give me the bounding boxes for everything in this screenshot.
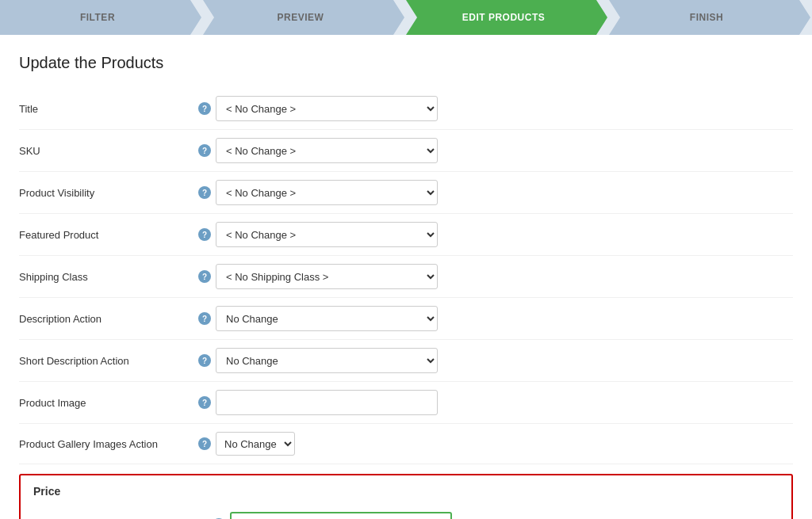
page-title: Update the Products [19,54,793,72]
wizard-step-filter[interactable]: Filter [0,0,201,35]
field-help-short-description-action[interactable]: ? [193,354,216,367]
wizard-bar: Filter Preview Edit Products Finish [0,0,812,35]
field-label-description-action: Description Action [19,313,193,325]
field-control-title: < No Change > [216,96,793,121]
select-featured-product[interactable]: < No Change > [216,222,438,247]
wizard-step-filter-label: Filter [80,12,115,23]
select-regular-price[interactable]: < No Change > [230,512,452,519]
select-short-description-action[interactable]: No Change [216,348,438,373]
field-label-sku: SKU [19,145,193,157]
field-label-featured-product: Featured Product [19,229,193,241]
field-row-product-gallery: Product Gallery Images Action ? No Chang… [19,424,793,464]
help-icon-title[interactable]: ? [198,102,211,115]
field-help-featured-product[interactable]: ? [193,228,216,241]
help-icon-product-visibility[interactable]: ? [198,186,211,199]
help-icon-description-action[interactable]: ? [198,312,211,325]
field-control-product-gallery: No Change [216,432,793,456]
field-help-description-action[interactable]: ? [193,312,216,325]
help-icon-short-description-action[interactable]: ? [198,354,211,367]
help-icon-sku[interactable]: ? [198,144,211,157]
field-label-shipping-class: Shipping Class [19,271,193,283]
price-section: Price Regular Price ? < No Change > Sale… [19,474,793,519]
field-help-sku[interactable]: ? [193,144,216,157]
field-row-sku: SKU ? < No Change > [19,130,793,172]
wizard-step-preview[interactable]: Preview [203,0,404,35]
field-help-product-image[interactable]: ? [193,396,216,409]
select-title[interactable]: < No Change > [216,96,438,121]
price-section-title: Price [33,485,779,498]
field-row-title: Title ? < No Change > [19,88,793,130]
field-help-shipping-class[interactable]: ? [193,270,216,283]
field-control-regular-price: < No Change > [230,512,779,519]
field-help-product-visibility[interactable]: ? [193,186,216,199]
field-label-product-gallery: Product Gallery Images Action [19,438,193,450]
wizard-step-preview-label: Preview [278,12,324,23]
help-icon-shipping-class[interactable]: ? [198,270,211,283]
select-product-gallery[interactable]: No Change [216,432,295,456]
wizard-step-finish-label: Finish [690,12,723,23]
select-description-action[interactable]: No Change [216,306,438,331]
wizard-step-edit-products[interactable]: Edit Products [406,0,607,35]
field-control-product-visibility: < No Change > [216,180,793,205]
select-shipping-class[interactable]: < No Shipping Class > [216,264,438,289]
field-label-short-description-action: Short Description Action [19,355,193,367]
field-row-description-action: Description Action ? No Change [19,298,793,340]
select-sku[interactable]: < No Change > [216,138,438,163]
help-icon-featured-product[interactable]: ? [198,228,211,241]
field-row-regular-price: Regular Price ? < No Change > [33,504,779,519]
select-product-visibility[interactable]: < No Change > [216,180,438,205]
field-label-product-visibility: Product Visibility [19,187,193,199]
field-control-description-action: No Change [216,306,793,331]
main-content: Update the Products Title ? < No Change … [0,35,812,519]
field-row-shipping-class: Shipping Class ? < No Shipping Class > [19,256,793,298]
field-control-featured-product: < No Change > [216,222,793,247]
field-label-title: Title [19,103,193,115]
field-row-featured-product: Featured Product ? < No Change > [19,214,793,256]
field-row-product-visibility: Product Visibility ? < No Change > [19,172,793,214]
field-control-product-image [216,390,793,415]
field-control-short-description-action: No Change [216,348,793,373]
wizard-step-edit-products-label: Edit Products [462,12,546,23]
field-row-short-description-action: Short Description Action ? No Change [19,340,793,382]
wizard-step-finish[interactable]: Finish [609,0,810,35]
help-icon-product-image[interactable]: ? [198,396,211,409]
help-icon-product-gallery[interactable]: ? [198,437,211,450]
field-label-product-image: Product Image [19,397,193,409]
field-control-shipping-class: < No Shipping Class > [216,264,793,289]
field-row-product-image: Product Image ? [19,382,793,424]
field-help-title[interactable]: ? [193,102,216,115]
field-control-sku: < No Change > [216,138,793,163]
input-product-image[interactable] [216,390,438,415]
field-help-product-gallery[interactable]: ? [193,437,216,450]
